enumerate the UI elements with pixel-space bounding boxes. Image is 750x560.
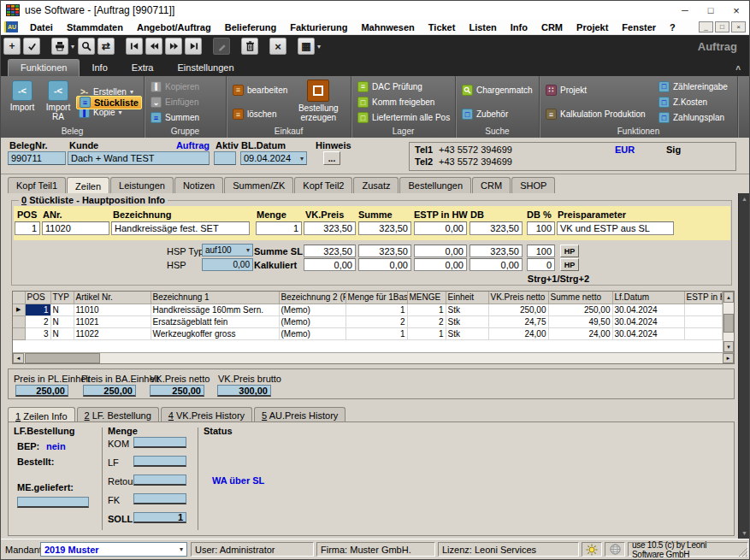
- menu-projekt[interactable]: Projekt: [570, 22, 615, 32]
- grid-cell[interactable]: [684, 327, 723, 339]
- bezeichnung-field[interactable]: Handkreissäge fest. SET: [111, 221, 250, 235]
- ribbon-tab-funktionen[interactable]: Funktionen: [8, 59, 80, 76]
- summe-sl-field-3[interactable]: 0,00: [414, 245, 467, 257]
- grid-cell[interactable]: 49,50: [548, 315, 612, 327]
- menu-belieferung[interactable]: Belieferung: [218, 22, 284, 32]
- print-button[interactable]: [51, 38, 68, 55]
- tab-leistungen[interactable]: Leistungen: [110, 177, 174, 193]
- preis-ba-einheit-field[interactable]: 250,00: [83, 385, 136, 397]
- zaehlereingabe-button[interactable]: □ Zählereingabe: [656, 80, 730, 93]
- import-button[interactable]: -< Import: [4, 78, 40, 127]
- menu-fakturierung[interactable]: Fakturierung: [283, 22, 354, 32]
- summe-sl-field-5[interactable]: 100: [527, 245, 555, 257]
- summe-sl-field-4[interactable]: 323,50: [469, 245, 523, 257]
- col-lfdatum[interactable]: Lf.Datum: [612, 292, 684, 304]
- grid-cell[interactable]: Stk: [446, 315, 488, 327]
- grid-cell[interactable]: 2: [25, 315, 50, 327]
- grid-cell[interactable]: 1: [345, 304, 407, 315]
- menu-listen[interactable]: Listen: [462, 22, 503, 32]
- search-button[interactable]: [78, 38, 95, 55]
- grid-cell[interactable]: N: [50, 315, 74, 327]
- zahlungsplan-button[interactable]: □ Zahlungsplan: [656, 111, 730, 125]
- me-geliefert-field[interactable]: [17, 497, 89, 508]
- preis-pl-einheit-field[interactable]: 250,00: [15, 385, 68, 397]
- preisparameter-field[interactable]: VK und ESTP aus SL: [557, 221, 674, 235]
- grid-cell[interactable]: 250,00: [488, 304, 548, 315]
- bldatum-field[interactable]: 09.04.2024▾: [240, 151, 307, 165]
- menu-crm[interactable]: CRM: [534, 22, 570, 32]
- col-vkpreis-netto[interactable]: VK.Preis netto: [488, 292, 548, 304]
- col-artikelnr[interactable]: Artikel Nr.: [74, 292, 151, 304]
- positions-table[interactable]: POS TYP Artikel Nr. Bezeichnung 1 Bezeic…: [13, 292, 723, 340]
- summe-field[interactable]: 323,50: [358, 221, 411, 235]
- grid-cell[interactable]: 1: [407, 304, 446, 315]
- vkpreis-netto-field[interactable]: 250,00: [150, 385, 204, 397]
- grid-scroll-left-button[interactable]: ◄: [13, 353, 24, 363]
- mdi-minimize-button[interactable]: _: [699, 21, 713, 32]
- hp-button-2[interactable]: HP: [560, 258, 579, 271]
- menu-ticket[interactable]: Ticket: [422, 22, 463, 32]
- tab-zusatz[interactable]: Zusatz: [353, 177, 399, 193]
- tab-summen-zk[interactable]: Summen/ZK: [224, 177, 293, 193]
- panel-scroll-down-arrow[interactable]: ▼: [739, 530, 750, 536]
- hsp-typ-combo[interactable]: auf100▾: [202, 244, 253, 256]
- kalkuliert-field-5[interactable]: 0: [527, 258, 555, 271]
- col-bezeichnung2[interactable]: Bezeichnung 2 (F2): [279, 292, 345, 304]
- tab-bestellungen[interactable]: Bestellungen: [399, 177, 471, 193]
- grid-cell[interactable]: 11010: [74, 304, 151, 315]
- bearbeiten-button[interactable]: ≡ bearbeiten: [230, 83, 290, 97]
- kalkuliert-field-3[interactable]: 0,00: [414, 258, 467, 271]
- grid-scroll-up-button[interactable]: ▲: [723, 292, 734, 303]
- last-record-button[interactable]: [185, 38, 202, 55]
- kunde-field[interactable]: Dach + Wand TEST: [68, 151, 210, 165]
- projekt-button[interactable]: ∷ Projekt: [543, 83, 656, 97]
- hsp-field[interactable]: 0,00: [202, 258, 253, 271]
- komm-freigeben-button[interactable]: □ Komm freigeben: [355, 96, 452, 109]
- menu-help[interactable]: ?: [663, 22, 682, 32]
- tab-zeilen[interactable]: Zeilen: [67, 177, 109, 194]
- document-system-icon[interactable]: AU: [4, 21, 18, 32]
- ribbon-tab-einstellungen[interactable]: Einstellungen: [165, 60, 245, 76]
- db-field[interactable]: 323,50: [469, 221, 523, 235]
- bestellung-erzeugen-button[interactable]: Bestellung erzeugen: [290, 78, 346, 127]
- grid-scroll-down-button[interactable]: ▼: [723, 341, 734, 352]
- vkpreis-brutto-field[interactable]: 300,00: [217, 385, 271, 397]
- menu-datei[interactable]: Datei: [23, 22, 60, 32]
- minimize-button[interactable]: ─: [672, 1, 698, 20]
- grid-scroll-right-button[interactable]: ►: [723, 353, 734, 363]
- confirm-button[interactable]: [23, 38, 40, 55]
- table-row[interactable]: 3 N 11022 Werkzeugkoffer gross (Memo) 1 …: [13, 327, 723, 339]
- kalkuliert-field-1[interactable]: 0,00: [304, 258, 356, 271]
- grid-cell[interactable]: 1: [345, 327, 407, 339]
- first-record-button[interactable]: [126, 38, 143, 55]
- col-typ[interactable]: TYP: [50, 292, 74, 304]
- grid-cell[interactable]: Stk: [446, 327, 488, 339]
- grid-vscroll-thumb[interactable]: [723, 314, 734, 333]
- resize-grip[interactable]: [737, 546, 748, 557]
- tab-shop[interactable]: SHOP: [511, 177, 555, 193]
- grid-view-button[interactable]: ▦: [298, 38, 315, 55]
- col-pos[interactable]: POS: [25, 292, 50, 304]
- summen-button[interactable]: ≡ Summen: [148, 111, 202, 125]
- grid-cell[interactable]: 3: [25, 327, 50, 339]
- delete-button[interactable]: [241, 38, 258, 55]
- hinweis-button[interactable]: ...: [323, 151, 340, 165]
- import-ra-button[interactable]: -< Import RA: [40, 78, 76, 127]
- print-dropdown-caret[interactable]: ▾: [71, 43, 74, 50]
- summe-sl-field-2[interactable]: 323,50: [358, 245, 411, 257]
- grid-cell[interactable]: 11021: [74, 315, 151, 327]
- kom-field[interactable]: [133, 437, 186, 448]
- kalkuliert-field-2[interactable]: 0,00: [358, 258, 411, 271]
- grid-cell[interactable]: (Memo): [279, 315, 345, 327]
- grid-cell[interactable]: 24,75: [488, 315, 548, 327]
- col-bezeichnung1[interactable]: Bezeichnung 1: [151, 292, 279, 304]
- menu-angebot-auftrag[interactable]: Angebot/Auftrag: [130, 22, 218, 32]
- grid-cell[interactable]: 30.04.2024: [612, 327, 684, 339]
- grid-cell[interactable]: 24,00: [488, 327, 548, 339]
- estp-field[interactable]: 0,00: [414, 221, 467, 235]
- grid-view-dropdown-caret[interactable]: ▾: [317, 43, 321, 50]
- pos-field[interactable]: 1: [15, 221, 40, 235]
- collapse-ribbon-chevron[interactable]: ^: [735, 65, 741, 76]
- ribbon-tab-info[interactable]: Info: [80, 60, 119, 76]
- retour-field[interactable]: [133, 475, 186, 486]
